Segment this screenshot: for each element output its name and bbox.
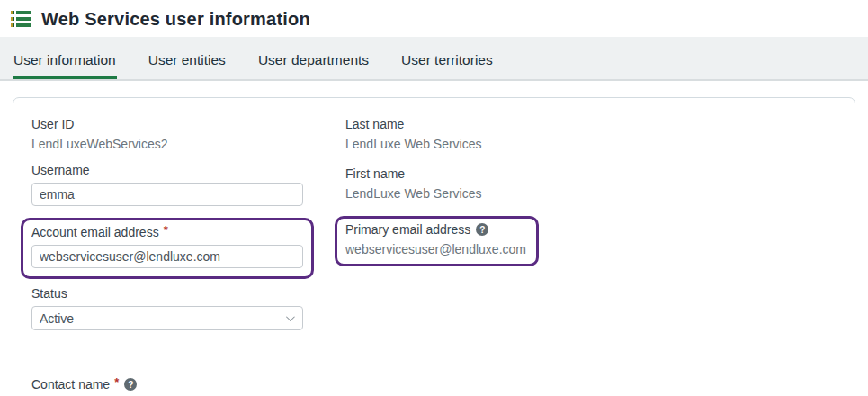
username-input[interactable] bbox=[31, 183, 303, 206]
user-id-label: User ID bbox=[31, 117, 345, 131]
primary-email-value: webservicesuser@lendluxe.com bbox=[345, 242, 526, 256]
primary-email-highlight: Primary email address ? webservicesuser@… bbox=[335, 216, 539, 266]
help-icon[interactable]: ? bbox=[476, 223, 488, 236]
tab-bar: User information User entities User depa… bbox=[0, 37, 868, 81]
account-email-highlight: Account email address * bbox=[21, 218, 314, 279]
tab-user-entities[interactable]: User entities bbox=[148, 43, 227, 79]
username-field: Username bbox=[31, 163, 345, 206]
status-select[interactable]: Active bbox=[31, 306, 303, 330]
account-email-input[interactable] bbox=[31, 245, 303, 268]
page-title: Web Services user information bbox=[41, 9, 310, 30]
username-label: Username bbox=[31, 163, 345, 177]
first-name-label: First name bbox=[345, 166, 837, 181]
status-selected-value: Active bbox=[40, 311, 74, 326]
primary-email-label: Primary email address ? bbox=[345, 222, 526, 237]
user-id-value: LendLuxeWebServices2 bbox=[31, 137, 345, 151]
last-name-field: Last name LendLuxe Web Services bbox=[345, 117, 837, 151]
account-email-label: Account email address * bbox=[31, 225, 303, 239]
form-right-column: Last name LendLuxe Web Services First na… bbox=[345, 117, 837, 396]
last-name-label: Last name bbox=[345, 117, 837, 131]
required-asterisk: * bbox=[114, 375, 119, 389]
first-name-field: First name LendLuxe Web Services bbox=[345, 166, 837, 201]
tab-user-territories[interactable]: User territories bbox=[400, 43, 494, 79]
user-information-panel: User ID LendLuxeWebServices2 Username Ac… bbox=[13, 97, 855, 396]
user-id-field: User ID LendLuxeWebServices2 bbox=[31, 117, 345, 151]
content-area: User ID LendLuxeWebServices2 Username Ac… bbox=[0, 81, 868, 396]
help-icon[interactable]: ? bbox=[124, 378, 137, 391]
status-field: Status Active bbox=[31, 286, 345, 330]
contact-name-field: Contact name * ? LendLuxe Web Services bbox=[31, 377, 345, 396]
status-label: Status bbox=[31, 286, 345, 301]
page-header: Web Services user information bbox=[0, 0, 868, 37]
tab-user-information[interactable]: User information bbox=[13, 43, 117, 79]
contact-name-label: Contact name * ? bbox=[31, 377, 345, 392]
first-name-value: LendLuxe Web Services bbox=[345, 186, 837, 201]
form-left-column: User ID LendLuxeWebServices2 Username Ac… bbox=[31, 117, 345, 396]
list-icon[interactable] bbox=[11, 11, 31, 27]
tab-user-departments[interactable]: User departments bbox=[257, 43, 370, 79]
chevron-down-icon bbox=[286, 312, 295, 321]
last-name-value: LendLuxe Web Services bbox=[345, 137, 837, 151]
required-asterisk: * bbox=[164, 223, 168, 237]
